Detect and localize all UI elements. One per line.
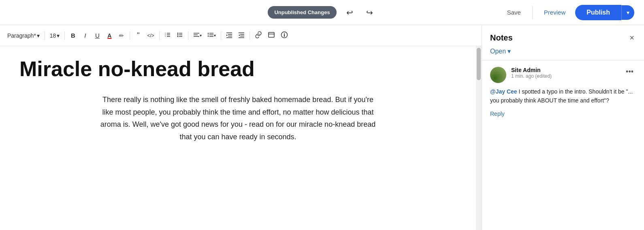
publish-btn-wrap: Publish ▾ xyxy=(575,5,634,20)
main-layout: Paragraph* ▾ 18 ▾ B I U A ✏ xyxy=(0,25,644,230)
font-size-selector[interactable]: 18 ▾ xyxy=(47,30,62,41)
align-icon xyxy=(193,32,200,39)
font-size-chevron-icon: ▾ xyxy=(57,32,60,39)
notes-filter-label: Open xyxy=(490,48,506,55)
notes-panel: Notes × Open ▾ Site Admin 1 min. ago (ed… xyxy=(482,25,644,230)
svg-point-7 xyxy=(177,34,178,36)
embed-icon xyxy=(268,31,275,40)
code-icon: </> xyxy=(147,33,154,38)
font-size-value: 18 xyxy=(50,32,56,39)
indent-right-icon xyxy=(226,32,232,39)
bold-button[interactable]: B xyxy=(67,30,79,41)
preview-button[interactable]: Preview xyxy=(537,6,572,19)
line-height-button[interactable]: ▾ xyxy=(205,30,218,41)
ordered-list-button[interactable]: 123 xyxy=(162,30,173,41)
editor-content[interactable]: Miracle no-knead bread There really is n… xyxy=(0,46,476,230)
redo-icon: ↪ xyxy=(366,8,373,17)
align-chevron-icon: ▾ xyxy=(200,33,202,38)
link-button[interactable] xyxy=(252,30,264,41)
ellipsis-icon: ••• xyxy=(626,68,633,76)
ordered-list-icon: 123 xyxy=(164,32,171,39)
editor-toolbar: Paragraph* ▾ 18 ▾ B I U A ✏ xyxy=(0,25,482,46)
paragraph-label: Paragraph* xyxy=(7,32,36,39)
notes-filter: Open ▾ xyxy=(482,47,644,60)
toolbar-sep-6 xyxy=(221,31,221,40)
scrollbar-track[interactable] xyxy=(476,46,482,230)
avatar xyxy=(490,67,506,83)
svg-rect-26 xyxy=(269,32,274,37)
unpublished-badge: Unpublished Changes xyxy=(268,6,336,19)
notes-divider xyxy=(482,60,644,60)
embed-button[interactable] xyxy=(265,30,277,41)
reply-button[interactable]: Reply xyxy=(490,111,505,117)
svg-text:3: 3 xyxy=(165,35,166,37)
top-bar: Unpublished Changes ↩ ↪ Save Preview Pub… xyxy=(0,0,644,25)
toolbar-sep-2 xyxy=(64,31,65,40)
note-item: Site Admin 1 min. ago (edited) ••• @Jay … xyxy=(482,67,644,117)
font-color-button[interactable]: A xyxy=(104,30,115,41)
editor-area: Paragraph* ▾ 18 ▾ B I U A ✏ xyxy=(0,25,482,230)
highlight-icon: ✏ xyxy=(119,32,124,39)
notes-filter-chevron-icon: ▾ xyxy=(508,47,511,55)
font-color-icon: A xyxy=(107,32,111,39)
avatar-image xyxy=(490,67,506,83)
publish-button[interactable]: Publish xyxy=(575,5,621,20)
toolbar-sep-3 xyxy=(130,31,130,40)
note-menu-button[interactable]: ••• xyxy=(623,67,636,77)
highlight-button[interactable]: ✏ xyxy=(116,30,127,41)
notes-header: Notes × xyxy=(482,25,644,47)
toolbar-sep-5 xyxy=(188,31,188,40)
align-button[interactable]: ▾ xyxy=(191,30,204,41)
info-icon xyxy=(281,31,288,40)
svg-point-8 xyxy=(177,36,178,37)
editor-scroll-wrap: Miracle no-knead bread There really is n… xyxy=(0,46,482,230)
close-icon: × xyxy=(629,33,634,42)
publish-dropdown-button[interactable]: ▾ xyxy=(621,5,634,20)
toolbar-sep-1 xyxy=(45,31,45,40)
note-time: 1 min. ago (edited) xyxy=(511,73,618,79)
svg-point-6 xyxy=(177,33,178,34)
notes-title: Notes xyxy=(490,33,513,43)
indent-left-icon xyxy=(238,32,245,39)
divider xyxy=(532,6,533,19)
bold-icon: B xyxy=(71,32,75,39)
notes-filter-button[interactable]: Open ▾ xyxy=(490,47,511,55)
scrollbar-thumb[interactable] xyxy=(477,48,481,80)
top-bar-center: Unpublished Changes ↩ ↪ xyxy=(268,6,376,19)
line-height-icon xyxy=(207,32,214,39)
note-author-wrap: Site Admin 1 min. ago (edited) xyxy=(511,67,618,79)
italic-icon: I xyxy=(84,32,86,39)
note-author: Site Admin xyxy=(511,67,618,73)
note-text: @Jay Cee I spotted a typo in the intro. … xyxy=(490,87,636,105)
paragraph-chevron-icon: ▾ xyxy=(37,32,40,39)
chevron-down-icon: ▾ xyxy=(627,9,629,16)
unordered-list-icon xyxy=(177,32,183,39)
note-meta: Site Admin 1 min. ago (edited) ••• xyxy=(490,67,636,83)
code-button[interactable]: </> xyxy=(145,30,156,41)
italic-button[interactable]: I xyxy=(79,30,91,41)
blockquote-button[interactable]: " xyxy=(132,30,144,41)
unordered-list-button[interactable] xyxy=(174,30,186,41)
article-body[interactable]: There really is nothing like the smell o… xyxy=(100,94,376,143)
redo-button[interactable]: ↪ xyxy=(363,6,376,19)
indent-left-button[interactable] xyxy=(236,30,247,41)
paragraph-selector[interactable]: Paragraph* ▾ xyxy=(5,30,42,41)
underline-button[interactable]: U xyxy=(92,30,103,41)
toolbar-sep-7 xyxy=(249,31,250,40)
top-bar-actions: Save Preview Publish ▾ xyxy=(501,5,634,20)
notes-close-button[interactable]: × xyxy=(628,32,636,44)
note-mention: @Jay Cee xyxy=(490,88,517,95)
info-button[interactable] xyxy=(278,30,290,41)
indent-right-button[interactable] xyxy=(224,30,235,41)
svg-point-30 xyxy=(284,33,285,34)
blockquote-icon: " xyxy=(137,31,139,40)
underline-icon: U xyxy=(95,32,100,39)
toolbar-sep-4 xyxy=(159,31,160,40)
line-height-chevron-icon: ▾ xyxy=(214,33,216,38)
save-button[interactable]: Save xyxy=(501,6,527,19)
undo-button[interactable]: ↩ xyxy=(343,6,356,19)
link-icon xyxy=(255,31,262,40)
undo-icon: ↩ xyxy=(346,8,353,17)
article-title[interactable]: Miracle no-knead bread xyxy=(19,58,456,81)
